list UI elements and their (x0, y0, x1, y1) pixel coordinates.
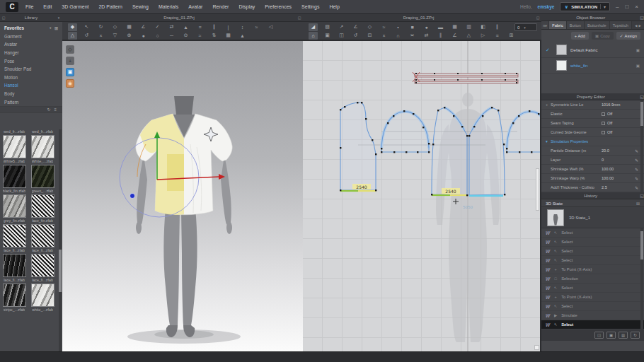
fabric-item[interactable]: lace_fi...zfab (30, 224, 55, 252)
add-state-icon[interactable]: ⊞ (636, 201, 640, 206)
history-entry[interactable]: ▶ Simulate (541, 311, 644, 320)
fabric-item[interactable]: stripe_...zfab (1, 284, 27, 312)
fabric-thumbnail[interactable] (31, 194, 54, 218)
list-view-icon[interactable]: ≡ (54, 107, 57, 112)
fabric-item[interactable]: lace_fi...zfab (30, 254, 55, 282)
menu-item[interactable]: Settings (301, 4, 319, 9)
property-row[interactable]: Shrinkage Warp (% 100.00 ✎ (541, 174, 644, 183)
menu-item[interactable]: Materials (159, 4, 178, 9)
fabric-thumbnail[interactable] (3, 165, 26, 188)
object-browser-tab[interactable]: Fabric (549, 21, 567, 29)
3d-tool-icon[interactable]: △ (68, 32, 77, 40)
property-value[interactable]: 20.0 (602, 148, 609, 153)
3d-tool-icon[interactable]: ↖ (82, 23, 91, 31)
menu-item[interactable]: Avatar (188, 4, 202, 9)
3d-tool-icon[interactable]: ◇ (110, 23, 120, 31)
property-value[interactable]: 2.5 (602, 185, 607, 189)
view-mode-icon[interactable]: ▣ (66, 68, 74, 76)
3d-tool-icon[interactable]: ⊖ (181, 32, 190, 40)
edit-pencil-icon[interactable]: ✎ (635, 158, 638, 163)
fabric-swatch[interactable] (556, 60, 567, 71)
2d-tool-icon[interactable]: ≈ (379, 23, 389, 31)
3d-tool-icon[interactable]: ▲ (238, 32, 247, 40)
3d-tool-icon[interactable]: ▦ (125, 23, 134, 31)
3d-tool-icon[interactable]: ▲ (181, 23, 190, 31)
3d-tool-icon[interactable]: ▽ (110, 32, 120, 40)
history-entry[interactable]: □ Selection (541, 274, 644, 284)
2d-tool-icon[interactable]: ∠ (351, 23, 360, 31)
property-value[interactable]: Off (607, 112, 612, 116)
3d-tool-icon[interactable]: × (96, 32, 105, 40)
edit-pencil-icon[interactable]: ✎ (635, 185, 638, 190)
3d-tool-icon[interactable]: ⊕ (125, 32, 134, 40)
property-row[interactable]: + Symmetric Line Le 1016.9mm ✎ (541, 100, 644, 110)
library-nav-item[interactable]: Hanger + ⊞ (0, 49, 62, 57)
object-browser-tab[interactable]: Button (567, 21, 585, 29)
3d-tool-icon[interactable]: ≈ (195, 32, 205, 40)
2d-tool-icon[interactable]: ⊞ (507, 32, 516, 40)
3d-tool-icon[interactable]: ↕ (238, 23, 247, 31)
fabric-item[interactable]: lace_fi...zfab (1, 254, 27, 282)
library-nav-item[interactable]: Hansol + ⊞ (0, 81, 62, 90)
object-browser-tab[interactable]: Topstitch (610, 21, 632, 29)
menu-item[interactable]: 2D Pattern (98, 4, 122, 9)
property-value[interactable]: 0 (602, 158, 604, 162)
pattern-piece-bands[interactable] (413, 72, 518, 83)
2d-tool-icon[interactable]: ◫ (337, 32, 346, 40)
history-footer-icon[interactable]: ▥ (619, 332, 628, 339)
fabric-item[interactable]: White_...zfab (30, 135, 55, 163)
3d-tool-icon[interactable]: ▦ (224, 32, 233, 40)
library-nav-item[interactable]: Pattern + ⊞ (0, 98, 62, 106)
2d-tool-icon[interactable]: ▦ (450, 23, 459, 31)
view-mode-icon[interactable]: + (66, 57, 74, 65)
menu-item[interactable]: Help (329, 4, 339, 9)
fabric-thumbnail[interactable] (3, 194, 26, 218)
fabric-item[interactable]: white_...zfab (30, 284, 55, 312)
3d-tool-icon[interactable]: ↺ (82, 32, 91, 40)
fabric-thumbnail[interactable] (31, 254, 54, 277)
dock-icon[interactable]: ◱ (0, 16, 7, 20)
fabric-link-icon[interactable]: ▣ (636, 64, 640, 68)
menu-item[interactable]: 3D Garment (62, 4, 88, 9)
property-row[interactable]: Elastic Off ✎ (541, 110, 644, 119)
2d-tool-icon[interactable]: × (379, 32, 389, 40)
library-nav-item[interactable]: Avatar + ⊞ (0, 40, 62, 49)
fabric-row[interactable]: ✓ white_fin ▣ (541, 58, 644, 74)
copy-fabric-button[interactable]: ▣ Copy (592, 32, 614, 40)
property-value[interactable]: Off (607, 121, 612, 125)
view-mode-icon[interactable]: ◉ (66, 79, 74, 88)
app-logo-icon[interactable]: C (6, 2, 18, 12)
menu-item[interactable]: Sewing (132, 4, 149, 9)
3d-tool-icon[interactable]: ⇄ (167, 23, 176, 31)
2d-tool-icon[interactable]: ∥ (493, 23, 502, 31)
library-nav-item[interactable]: Pose + ⊞ (0, 57, 62, 65)
add-fabric-button[interactable]: + Add (571, 32, 589, 40)
2d-tool-icon[interactable]: ▨ (323, 23, 332, 31)
property-value[interactable]: 100.00 (602, 176, 614, 180)
property-row[interactable]: Particle Distance (m 20.0 ✎ (541, 146, 644, 156)
maximize-button[interactable]: □ (625, 4, 628, 10)
simulation-dropdown-icon[interactable]: ▾ (600, 4, 606, 9)
2d-tool-icon[interactable]: ◇ (365, 23, 374, 31)
popout-icon[interactable]: ◱ (640, 15, 644, 20)
3d-tool-icon[interactable]: ─ (167, 32, 176, 40)
3d-tool-icon[interactable]: | (224, 23, 233, 31)
2d-tool-icon[interactable]: ≍ (408, 32, 417, 40)
grading-dropdown[interactable]: 0 ▾ (514, 23, 537, 31)
pattern-piece-sleeve-right[interactable] (506, 110, 540, 153)
edit-pencil-icon[interactable]: ✎ (635, 148, 638, 153)
fabric-thumbnail[interactable] (31, 224, 54, 247)
popout-icon[interactable]: ◱ (640, 94, 644, 99)
3d-tool-icon[interactable]: ◆ (68, 23, 77, 31)
view-mode-icon[interactable]: ◇ (66, 45, 74, 54)
menu-item[interactable]: Display (238, 4, 255, 9)
checkbox[interactable] (602, 131, 605, 134)
2d-tool-icon[interactable]: ⌂ (309, 32, 318, 40)
add-folder-icon[interactable]: ⊞ (54, 25, 58, 30)
3d-viewport[interactable]: ◇+▣◉ (62, 41, 303, 351)
3d-tool-icon[interactable]: ≈ (252, 23, 261, 31)
tab-scroll-right-icon[interactable]: ▶ (639, 24, 641, 28)
fabric-thumbnail[interactable] (31, 135, 54, 158)
property-value[interactable]: Off (607, 130, 612, 134)
2d-tool-icon[interactable]: ↗ (337, 23, 346, 31)
